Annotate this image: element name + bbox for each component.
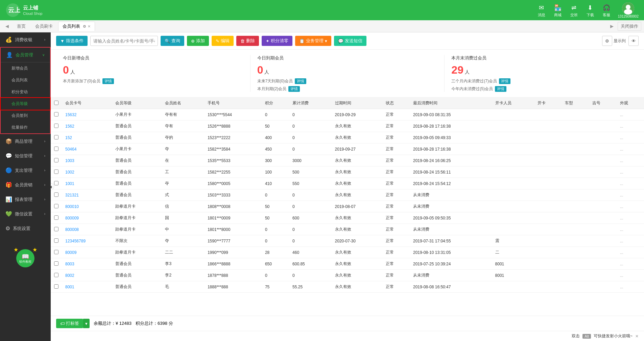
notify-close-btn[interactable]: ✕ — [635, 334, 639, 339]
sms-icon: 💬 — [5, 153, 12, 159]
points-btn[interactable]: ✦ 积分清零 — [262, 36, 292, 46]
tab-member-card[interactable]: 会员刷卡 — [31, 22, 57, 31]
card-link[interactable]: 1562 — [65, 124, 74, 129]
card-link[interactable]: 123456789 — [65, 239, 86, 243]
close-operation-btn[interactable]: 关闭操作 — [618, 22, 641, 31]
print-dropdown-btn[interactable]: ▾ — [83, 319, 90, 328]
card-link[interactable]: 321321 — [65, 193, 79, 198]
cell-total: 0 — [289, 189, 332, 201]
tab-member-list[interactable]: 会员列表 ⚙ ✕ — [58, 22, 95, 31]
row-checkbox[interactable] — [54, 124, 58, 128]
card-link[interactable]: 800008 — [65, 227, 79, 232]
card-link[interactable]: 1001 — [65, 181, 74, 186]
expiring-badge2[interactable]: 评情 — [288, 86, 300, 92]
table-row: 800008 跆拳道月卡 中 1801***8000 0 0 永久有效 正常 从… — [51, 224, 644, 235]
sms-btn[interactable]: 💬 发送短信 — [334, 36, 366, 46]
card-link[interactable]: 8001 — [65, 285, 74, 289]
cell-last-consume: 2019-07-25 10:39:24 — [410, 258, 492, 270]
nav-shift[interactable]: ⇌ 交班 — [569, 3, 579, 18]
display-col-btn[interactable]: ⚙ — [602, 36, 612, 46]
cell-total: 0 — [289, 235, 332, 247]
row-checkbox[interactable] — [54, 192, 58, 197]
cell-points: 450 — [262, 143, 289, 155]
tab-home[interactable]: 首页 — [13, 22, 30, 31]
delete-btn[interactable]: 🗑 删除 — [236, 36, 259, 46]
row-checkbox[interactable] — [54, 204, 58, 208]
card-link[interactable]: 1003 — [65, 158, 74, 163]
new-members-detail-badge[interactable]: 评情 — [102, 78, 114, 84]
sidebar-item-cashier[interactable]: 💰 消费收银 › — [0, 32, 51, 47]
row-checkbox[interactable] — [54, 261, 58, 266]
card-link[interactable]: 80009 — [65, 250, 76, 255]
sidebar-item-member-mgmt[interactable]: 👤 会员管理 ∨ — [1, 48, 50, 62]
sidebar-sub-points[interactable]: 积分变动 — [1, 86, 50, 98]
cell-phone: 1801***0009 — [204, 212, 262, 224]
sidebar-item-sms[interactable]: 💬 短信管理 › — [0, 149, 51, 163]
row-checkbox[interactable] — [54, 238, 58, 243]
nav-download[interactable]: ⬇ 下载 — [586, 3, 595, 18]
table-row: 8002 普通会员 李2 1878***888 0 0 永久有效 正常 从未消费… — [51, 270, 644, 281]
filter-btn[interactable]: ▼ 筛选条件 — [56, 36, 88, 46]
help-btn-container[interactable]: ★ 📖 软件教程 ★ — [16, 249, 34, 267]
row-checkbox[interactable] — [54, 273, 58, 277]
sidebar-sub-member-level[interactable]: 会员等级 — [1, 98, 50, 110]
card-link[interactable]: 152 — [65, 135, 72, 140]
edit-btn[interactable]: ✎ 编辑 — [212, 36, 234, 46]
cell-name: 夺 — [162, 143, 204, 155]
cell-staff — [492, 109, 534, 121]
nav-user[interactable]: 13125080002 — [618, 2, 639, 18]
cell-car — [562, 235, 589, 247]
nav-service[interactable]: 🎧 客服 — [602, 3, 611, 18]
sidebar-item-wechat[interactable]: 💚 微信设置 › — [0, 207, 51, 221]
sidebar-item-expense[interactable]: 🔵 支出管理 › — [0, 163, 51, 178]
row-checkbox[interactable] — [54, 147, 58, 151]
stat-sub-new: 本月新添加了(0)会员 评情 — [63, 78, 243, 84]
card-link[interactable]: 800009 — [65, 216, 79, 220]
row-checkbox[interactable] — [54, 158, 58, 162]
row-checkbox[interactable] — [54, 250, 58, 254]
row-checkbox[interactable] — [54, 169, 58, 174]
card-link[interactable]: 800010 — [65, 204, 79, 209]
card-link[interactable]: 8002 — [65, 273, 74, 278]
row-checkbox[interactable] — [54, 284, 58, 289]
sidebar-item-product[interactable]: 📦 商品管理 › — [0, 134, 51, 149]
row-checkbox[interactable] — [54, 181, 58, 185]
cell-points: 28 — [262, 247, 289, 258]
add-btn[interactable]: ⊕ 添加 — [187, 36, 209, 46]
row-checkbox[interactable] — [54, 135, 58, 139]
sidebar-collapse-btn[interactable]: ◀ — [3, 22, 11, 30]
cell-status: 正常 — [382, 258, 410, 270]
sidebar-sub-add-member[interactable]: 新增会员 — [1, 62, 50, 74]
print-label-btn[interactable]: 🏷 打标签 — [56, 319, 83, 328]
sidebar-item-marketing[interactable]: 🎁 会员营销 › — [0, 178, 51, 192]
sidebar-sub-checkin[interactable]: 会员签到 — [1, 110, 50, 122]
row-checkbox[interactable] — [54, 112, 58, 116]
sidebar-item-reports[interactable]: 📊 报表管理 › — [0, 192, 51, 207]
tab-settings-icon[interactable]: ⚙ — [83, 24, 86, 29]
query-btn[interactable]: 🔍 查询 — [161, 36, 184, 46]
row-checkbox[interactable] — [54, 227, 58, 231]
sidebar-item-settings[interactable]: ⚙ 系统设置 — [0, 221, 51, 236]
cell-last-consume: 2019-08-28 17:16:38 — [410, 121, 492, 132]
nav-shop[interactable]: 🏪 商城 — [553, 3, 563, 18]
card-link[interactable]: 8003 — [65, 262, 74, 266]
nav-message[interactable]: ✉ 消息 — [537, 3, 546, 18]
sidebar-sub-batch[interactable]: 批量操作 — [1, 122, 50, 133]
cell-open-card — [534, 166, 562, 178]
card-link[interactable]: 15632 — [65, 112, 76, 117]
select-all-checkbox[interactable] — [54, 101, 58, 105]
eye-btn[interactable]: 👁 — [628, 36, 639, 46]
card-link[interactable]: 50464 — [65, 147, 76, 152]
tab-right-arrow[interactable]: ▶ — [610, 24, 614, 29]
card-link[interactable]: 1002 — [65, 170, 74, 175]
expiring-badge1[interactable]: 评情 — [295, 78, 306, 84]
search-input[interactable] — [90, 36, 158, 46]
help-circle-btn[interactable]: 📖 软件教程 — [16, 249, 34, 267]
tab-close-icon[interactable]: ✕ — [88, 24, 91, 29]
row-checkbox[interactable] — [54, 215, 58, 220]
nocon-badge1[interactable]: 评情 — [499, 78, 510, 84]
nocon-badge2[interactable]: 评情 — [495, 86, 506, 92]
business-btn[interactable]: 📋 业务管理 ▾ — [295, 36, 331, 46]
cell-last-consume: 2019-08-24 15:56:11 — [410, 166, 492, 178]
sidebar-sub-member-list[interactable]: 会员列表 — [1, 74, 50, 86]
